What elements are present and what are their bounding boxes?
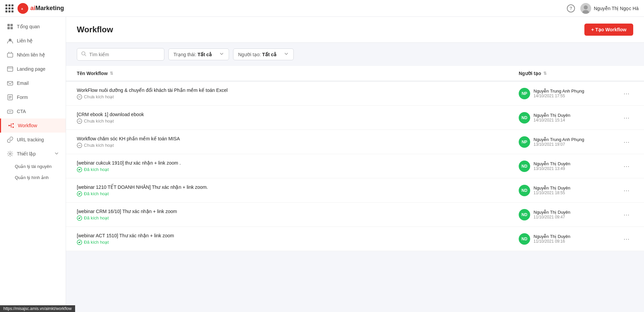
more-options-button[interactable]: ⋯ xyxy=(621,210,632,220)
row-title: [webinar CRM 16/10] Thư xác nhận + link … xyxy=(77,209,519,214)
filters-bar: Trạng thái: Tất cả Người tạo: Tất cả xyxy=(66,43,644,66)
row-title: Workflow chăm sóc KH phần mềm kế toán MI… xyxy=(77,136,519,141)
page-title: Workflow xyxy=(77,25,113,34)
svg-point-3 xyxy=(584,5,588,9)
create-workflow-button[interactable]: + Tạo Workflow xyxy=(584,24,633,36)
creator-filter-label: Người tạo: Tất cả xyxy=(238,52,277,57)
sidebar-item-landing-page[interactable]: Landing page xyxy=(0,62,66,76)
sidebar-item-workflow[interactable]: Workflow xyxy=(0,118,66,133)
table-row[interactable]: WorkFlow nuôi dưỡng & chuyển đổi khách t… xyxy=(66,81,644,106)
row-actions-col: ⋯ xyxy=(620,185,633,196)
col-name-header: Tên Workflow ⇅ xyxy=(77,71,519,76)
sidebar: Tổng quan Liên hệ Nhóm liên hệ Landing p… xyxy=(0,17,66,312)
status-filter[interactable]: Trạng thái: Tất cả xyxy=(168,48,229,60)
dashboard-icon xyxy=(7,23,13,30)
svg-rect-5 xyxy=(7,24,10,26)
creator-info: Nguyễn Trung Anh Phụng 14/10/2021 17:55 xyxy=(534,89,584,98)
row-status: Chưa kích hoạt xyxy=(77,94,519,100)
table-row[interactable]: Workflow chăm sóc KH phần mềm kế toán MI… xyxy=(66,130,644,154)
main-content: Workflow + Tạo Workflow Trạng thái: Tất … xyxy=(66,17,644,312)
search-input[interactable] xyxy=(89,52,160,57)
sidebar-item-cta[interactable]: CTA xyxy=(0,104,66,118)
table-row[interactable]: [CRM ebook 1] download ebook Chưa kích h… xyxy=(66,106,644,130)
sidebar-item-thiet-lap[interactable]: Thiết lập xyxy=(0,147,66,161)
contact-icon xyxy=(7,37,13,44)
sub-item-label: Quản lý hình ảnh xyxy=(15,175,49,180)
row-creator-col: ND Nguyễn Thị Duyên 11/10/2021 09:47 xyxy=(519,209,620,220)
row-actions-col: ⋯ xyxy=(620,137,633,147)
sidebar-sub-item-quan-ly-tai-nguyen[interactable]: Quản lý tài nguyên xyxy=(0,161,66,172)
row-status: Chưa kích hoạt xyxy=(77,118,519,124)
search-icon xyxy=(81,51,87,58)
status-label: Chưa kích hoạt xyxy=(84,118,114,124)
layout: Tổng quan Liên hệ Nhóm liên hệ Landing p… xyxy=(0,17,644,312)
svg-point-17 xyxy=(12,127,14,128)
creator-date: 13/10/2021 19:07 xyxy=(534,142,584,147)
avatar: ND xyxy=(519,161,530,172)
sort-icon: ⇅ xyxy=(110,71,113,76)
sidebar-item-url-tracking[interactable]: URL tracking xyxy=(0,133,66,147)
help-icon[interactable]: ? xyxy=(567,4,575,12)
search-box xyxy=(77,48,164,61)
creator-info: Nguyễn Thị Duyên 14/10/2021 15:14 xyxy=(534,113,570,123)
creator-info: Nguyễn Thị Duyên 11/10/2021 09:16 xyxy=(534,234,570,244)
creator-name: Nguyễn Thị Duyên xyxy=(534,210,570,215)
row-actions-col: ⋯ xyxy=(620,210,633,220)
status-label: Đã kích hoạt xyxy=(84,215,109,220)
user-info[interactable]: Nguyễn Thị Ngọc Hà xyxy=(580,3,639,14)
status-bar: https://misajsc.amis.vn/aimkt/workflow xyxy=(0,305,75,312)
sidebar-item-form[interactable]: Form xyxy=(0,90,66,104)
svg-rect-12 xyxy=(7,81,13,85)
row-name-col: [webinar cukcuk 1910] thư xác nhận + lin… xyxy=(77,160,519,172)
more-options-button[interactable]: ⋯ xyxy=(621,185,632,196)
sidebar-item-email[interactable]: Email xyxy=(0,76,66,90)
svg-rect-8 xyxy=(10,27,13,29)
sidebar-item-nhom-lien-he[interactable]: Nhóm liên hệ xyxy=(0,48,66,62)
row-actions-col: ⋯ xyxy=(620,234,633,244)
row-creator-col: ND Nguyễn Thị Duyên 13/10/2021 13:49 xyxy=(519,161,620,172)
avatar: ND xyxy=(519,209,530,220)
more-options-button[interactable]: ⋯ xyxy=(621,161,632,171)
row-title: [webinar ACT 1510] Thư xác nhận + link z… xyxy=(77,233,519,238)
cta-icon xyxy=(7,108,13,115)
table-row[interactable]: [webinar CRM 16/10] Thư xác nhận + link … xyxy=(66,203,644,227)
sidebar-item-label: Liên hệ xyxy=(17,38,33,43)
logo-icon: a xyxy=(18,3,28,14)
status-filter-label: Trạng thái: Tất cả xyxy=(173,52,212,57)
row-name-col: WorkFlow nuôi dưỡng & chuyển đổi khách t… xyxy=(77,88,519,100)
row-actions-col: ⋯ xyxy=(620,161,633,171)
header-right: ? Nguyễn Thị Ngọc Hà xyxy=(567,3,639,14)
sidebar-item-lien-he[interactable]: Liên hệ xyxy=(0,34,66,48)
sidebar-item-label: Nhóm liên hệ xyxy=(17,52,45,58)
sidebar-item-label: Tổng quan xyxy=(17,24,40,29)
sidebar-sub-item-quan-ly-hinh-anh[interactable]: Quản lý hình ảnh xyxy=(0,172,66,183)
creator-name: Nguyễn Thị Duyên xyxy=(534,185,570,190)
status-label: Chưa kích hoạt xyxy=(84,143,114,148)
sub-item-label: Quản lý tài nguyên xyxy=(15,164,52,169)
row-status: Đã kích hoạt xyxy=(77,215,519,221)
table-row[interactable]: [webinar cukcuk 1910] thư xác nhận + lin… xyxy=(66,154,644,178)
more-options-button[interactable]: ⋯ xyxy=(621,234,632,244)
creator-name: Nguyễn Trung Anh Phụng xyxy=(534,137,584,142)
active-icon xyxy=(77,240,82,245)
active-icon xyxy=(77,215,82,221)
row-name-col: [webinar CRM 16/10] Thư xác nhận + link … xyxy=(77,209,519,221)
sidebar-item-tong-quan[interactable]: Tổng quan xyxy=(0,20,66,34)
row-creator-col: ND Nguyễn Thị Duyên 11/10/2021 18:55 xyxy=(519,185,620,196)
svg-point-18 xyxy=(9,153,11,155)
creator-filter[interactable]: Người tạo: Tất cả xyxy=(233,48,294,60)
settings-icon xyxy=(7,150,13,157)
more-options-button[interactable]: ⋯ xyxy=(621,89,632,99)
user-name: Nguyễn Thị Ngọc Hà xyxy=(594,6,639,11)
more-options-button[interactable]: ⋯ xyxy=(621,137,632,147)
row-creator-col: ND Nguyễn Thị Duyên 14/10/2021 15:14 xyxy=(519,112,620,124)
svg-rect-10 xyxy=(7,53,13,57)
table-row[interactable]: [webinar 1210 TẾT DOANH NHÂN] Thư xác nh… xyxy=(66,178,644,203)
grid-menu-icon[interactable] xyxy=(5,4,13,12)
creator-info: Nguyễn Thị Duyên 11/10/2021 09:47 xyxy=(534,210,570,219)
top-header: a aiMarketing ? Nguyễn Thị Ngọc Hà xyxy=(0,0,644,17)
table-row[interactable]: [webinar ACT 1510] Thư xác nhận + link z… xyxy=(66,227,644,251)
more-options-button[interactable]: ⋯ xyxy=(621,113,632,123)
logo[interactable]: a aiMarketing xyxy=(18,3,64,14)
svg-rect-11 xyxy=(7,67,13,71)
